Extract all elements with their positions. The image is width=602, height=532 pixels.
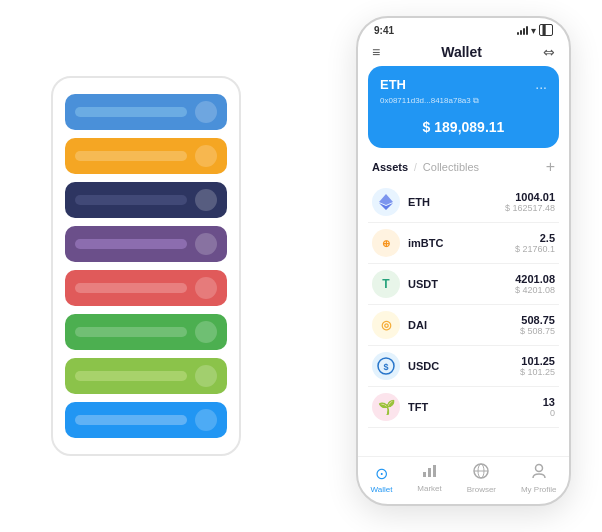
token-item-tft[interactable]: 🌱 TFT 13 0 xyxy=(368,387,559,428)
usdt-token-usd: $ 4201.08 xyxy=(515,285,555,295)
token-item-dai[interactable]: ◎ DAI 508.75 $ 508.75 xyxy=(368,305,559,346)
nav-wallet[interactable]: ⊙ Wallet xyxy=(370,464,392,494)
usdt-token-icon: T xyxy=(372,270,400,298)
card-item-5 xyxy=(65,270,227,306)
imbtc-token-icon: ⊕ xyxy=(372,229,400,257)
tab-assets[interactable]: Assets xyxy=(372,161,408,173)
page-title: Wallet xyxy=(441,44,482,60)
svg-point-10 xyxy=(535,465,542,472)
menu-icon[interactable]: ≡ xyxy=(372,44,380,60)
svg-rect-5 xyxy=(428,468,431,477)
assets-tabs: Assets / Collectibles xyxy=(372,161,479,173)
usdc-token-values: 101.25 $ 101.25 xyxy=(520,355,555,377)
card-item-3 xyxy=(65,182,227,218)
eth-token-values: 1004.01 $ 162517.48 xyxy=(505,191,555,213)
card-bar-2 xyxy=(75,151,187,161)
browser-nav-label: Browser xyxy=(467,485,496,494)
add-asset-button[interactable]: + xyxy=(546,158,555,176)
card-bar-3 xyxy=(75,195,187,205)
dai-token-amount: 508.75 xyxy=(520,314,555,326)
status-time: 9:41 xyxy=(374,25,394,36)
profile-nav-label: My Profile xyxy=(521,485,557,494)
card-bar-1 xyxy=(75,107,187,117)
usdt-token-values: 4201.08 $ 4201.08 xyxy=(515,273,555,295)
dai-token-values: 508.75 $ 508.75 xyxy=(520,314,555,336)
eth-token-usd: $ 162517.48 xyxy=(505,203,555,213)
eth-token-amount: 1004.01 xyxy=(505,191,555,203)
token-list: ETH 1004.01 $ 162517.48 ⊕ imBTC 2.5 $ 21… xyxy=(358,182,569,456)
card-dot-5 xyxy=(195,277,217,299)
tft-token-values: 13 0 xyxy=(543,396,555,418)
imbtc-token-name: imBTC xyxy=(408,237,515,249)
copy-icon[interactable]: ⧉ xyxy=(473,96,479,105)
phone-mockup: 9:41 ▾ ▌ ≡ Wallet ⇔ ETH ... xyxy=(356,16,571,506)
tft-token-icon: 🌱 xyxy=(372,393,400,421)
usdc-token-amount: 101.25 xyxy=(520,355,555,367)
wifi-icon: ▾ xyxy=(531,25,536,36)
card-bar-6 xyxy=(75,327,187,337)
nav-profile[interactable]: My Profile xyxy=(521,463,557,494)
status-icons: ▾ ▌ xyxy=(517,24,553,36)
card-dot-2 xyxy=(195,145,217,167)
token-item-usdc[interactable]: $ USDC 101.25 $ 101.25 xyxy=(368,346,559,387)
usdt-token-name: USDT xyxy=(408,278,515,290)
tft-token-name: TFT xyxy=(408,401,543,413)
tab-collectibles[interactable]: Collectibles xyxy=(423,161,479,173)
dai-token-icon: ◎ xyxy=(372,311,400,339)
card-bar-8 xyxy=(75,415,187,425)
tab-divider: / xyxy=(414,162,417,173)
card-dot-7 xyxy=(195,365,217,387)
nav-bar: ≡ Wallet ⇔ xyxy=(358,40,569,66)
eth-more-button[interactable]: ... xyxy=(535,76,547,92)
wallet-nav-icon: ⊙ xyxy=(375,464,388,483)
wallet-nav-label: Wallet xyxy=(370,485,392,494)
eth-balance: $ 189,089.11 xyxy=(380,112,547,138)
assets-header: Assets / Collectibles + xyxy=(358,158,569,182)
usdc-token-name: USDC xyxy=(408,360,520,372)
tft-token-amount: 13 xyxy=(543,396,555,408)
card-item-1 xyxy=(65,94,227,130)
eth-label: ETH xyxy=(380,77,406,92)
usdt-token-amount: 4201.08 xyxy=(515,273,555,285)
card-item-6 xyxy=(65,314,227,350)
market-nav-icon xyxy=(422,464,438,482)
card-dot-6 xyxy=(195,321,217,343)
dai-token-usd: $ 508.75 xyxy=(520,326,555,336)
token-item-eth[interactable]: ETH 1004.01 $ 162517.48 xyxy=(368,182,559,223)
bottom-nav: ⊙ Wallet Market Browser My Profile xyxy=(358,456,569,504)
card-item-8 xyxy=(65,402,227,438)
eth-token-icon xyxy=(372,188,400,216)
token-item-imbtc[interactable]: ⊕ imBTC 2.5 $ 21760.1 xyxy=(368,223,559,264)
nav-browser[interactable]: Browser xyxy=(467,463,496,494)
svg-rect-6 xyxy=(433,465,436,477)
svg-text:$: $ xyxy=(383,362,388,372)
dai-token-name: DAI xyxy=(408,319,520,331)
card-dot-1 xyxy=(195,101,217,123)
status-bar: 9:41 ▾ ▌ xyxy=(358,18,569,40)
eth-address: 0x08711d3d...8418a78a3 ⧉ xyxy=(380,96,547,106)
card-dot-3 xyxy=(195,189,217,211)
tft-token-usd: 0 xyxy=(543,408,555,418)
card-dot-8 xyxy=(195,409,217,431)
card-stack xyxy=(51,76,241,456)
eth-token-name: ETH xyxy=(408,196,505,208)
imbtc-token-usd: $ 21760.1 xyxy=(515,244,555,254)
nav-market[interactable]: Market xyxy=(417,464,441,493)
card-bar-4 xyxy=(75,239,187,249)
usdc-token-usd: $ 101.25 xyxy=(520,367,555,377)
imbtc-token-amount: 2.5 xyxy=(515,232,555,244)
card-item-2 xyxy=(65,138,227,174)
svg-marker-0 xyxy=(379,194,393,205)
market-nav-label: Market xyxy=(417,484,441,493)
card-item-7 xyxy=(65,358,227,394)
usdc-token-icon: $ xyxy=(372,352,400,380)
token-item-usdt[interactable]: T USDT 4201.08 $ 4201.08 xyxy=(368,264,559,305)
eth-card: ETH ... 0x08711d3d...8418a78a3 ⧉ $ 189,0… xyxy=(368,66,559,148)
expand-icon[interactable]: ⇔ xyxy=(543,44,555,60)
signal-bars-icon xyxy=(517,26,528,35)
imbtc-token-values: 2.5 $ 21760.1 xyxy=(515,232,555,254)
card-bar-7 xyxy=(75,371,187,381)
card-bar-5 xyxy=(75,283,187,293)
card-dot-4 xyxy=(195,233,217,255)
svg-rect-4 xyxy=(423,472,426,477)
